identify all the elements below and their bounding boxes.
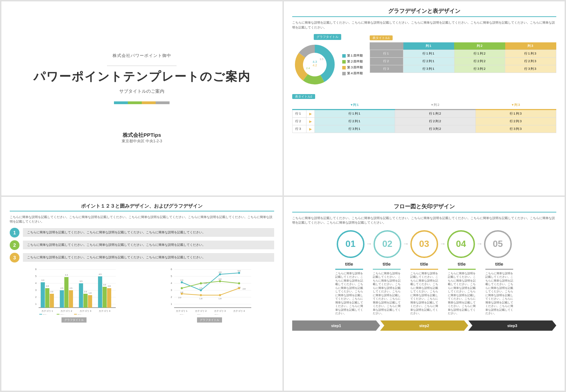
flow-descriptions: こちらに簡単な説明を記載してください。こちらに簡単な説明を記載してください。こち… bbox=[292, 272, 557, 316]
svg-text:カテゴリ１: カテゴリ１ bbox=[176, 310, 188, 312]
svg-text:3.8: 3.8 bbox=[219, 278, 222, 280]
donut-chart: 4.3 4.2 2.4 3.5 bbox=[292, 42, 337, 87]
svg-text:2.4: 2.4 bbox=[306, 67, 310, 70]
svg-text:4.2: 4.2 bbox=[312, 64, 317, 67]
flow-desc-04: こちらに簡単な説明を記載してください。こちらに簡単な説明を記載してください。こち… bbox=[448, 272, 476, 316]
svg-text:2.5: 2.5 bbox=[199, 287, 203, 289]
legend-q3: 第３四半期 bbox=[342, 65, 363, 70]
tr-section-title: グラフデザインと表デザイン bbox=[292, 8, 557, 17]
svg-rect-41 bbox=[102, 287, 107, 308]
flow-desc-05: こちらに簡単な説明を記載してください。こちらに簡単な説明を記載してください。こち… bbox=[485, 272, 513, 316]
company-name-top: 株式会社パワーポイント御中 bbox=[113, 53, 171, 59]
svg-text:1.8: 1.8 bbox=[219, 298, 222, 300]
svg-rect-22 bbox=[41, 282, 45, 308]
flow-arrow-3: → bbox=[440, 240, 446, 248]
svg-text:2.5: 2.5 bbox=[60, 287, 64, 289]
svg-text:2.0: 2.0 bbox=[84, 291, 87, 293]
svg-point-89 bbox=[219, 294, 221, 296]
svg-rect-36 bbox=[88, 295, 92, 308]
svg-text:4.5: 4.5 bbox=[99, 273, 102, 275]
step-arrow-3: step3 bbox=[468, 320, 557, 331]
svg-rect-54 bbox=[74, 314, 77, 315]
svg-text:5: 5 bbox=[35, 275, 36, 277]
svg-text:3.5: 3.5 bbox=[320, 58, 324, 61]
svg-text:3.5: 3.5 bbox=[80, 280, 83, 282]
flow-slide: フロー図と矢印デザイン こちらに簡単な説明を記載してください。こちらに簡単な説明… bbox=[284, 197, 565, 391]
th-col3: 列３ bbox=[505, 42, 556, 50]
svg-text:2.8: 2.8 bbox=[243, 288, 246, 290]
svg-text:2: 2 bbox=[35, 296, 36, 298]
company-block: 株式会社PPTips 東京都中央区 中央1-2-3 bbox=[122, 132, 162, 144]
subtitle: サブタイトルのご案内 bbox=[119, 88, 164, 94]
flow-arrow-2: → bbox=[403, 240, 409, 248]
graph-table-slide: グラフデザインと表デザイン こちらに簡単な説明を記載してください。こちらに簡単な… bbox=[284, 1, 565, 195]
flow-arrow-1: → bbox=[366, 240, 372, 248]
bar-chart: 6 5 4 3 2 1 4.3 2.8 2.0 bbox=[10, 266, 138, 315]
th-col2: 列２ bbox=[454, 42, 505, 50]
point-number-3: 3 bbox=[10, 253, 19, 262]
charts-area: グラフタイトル 4.3 4.2 2.4 3.5 bbox=[292, 34, 557, 87]
svg-point-71 bbox=[200, 289, 202, 291]
br-description: こちらに簡単な説明を記載してください。こちらに簡単な説明を記載してください。こち… bbox=[292, 216, 557, 225]
flow-circle-03: 03 bbox=[410, 230, 438, 258]
svg-point-77 bbox=[181, 287, 183, 289]
svg-text:5: 5 bbox=[171, 275, 172, 277]
main-title: パワーポイントテンプレートのご案内 bbox=[33, 69, 251, 85]
flow-dividers bbox=[292, 269, 557, 270]
svg-point-79 bbox=[200, 282, 202, 284]
svg-text:6: 6 bbox=[171, 268, 172, 270]
flow-titles: title title title title title bbox=[292, 261, 557, 267]
svg-text:系列１: 系列１ bbox=[43, 314, 49, 315]
svg-rect-52 bbox=[57, 314, 59, 315]
legend-q2: 第２四半期 bbox=[342, 59, 363, 64]
svg-text:系列２: 系列２ bbox=[60, 314, 66, 315]
svg-text:2.5: 2.5 bbox=[69, 287, 73, 289]
legend-q4: 第４四半期 bbox=[342, 71, 363, 76]
bl-description: こちらに簡単な説明を記載してください。こちらに簡単な説明を記載してください。こち… bbox=[10, 215, 274, 224]
svg-text:2.8: 2.8 bbox=[108, 285, 111, 287]
svg-text:系列３: 系列３ bbox=[77, 314, 84, 315]
flow-title-05: title bbox=[485, 261, 513, 267]
svg-text:カテゴリ４: カテゴリ４ bbox=[99, 310, 111, 312]
company-addr: 東京都中央区 中央1-2-3 bbox=[122, 139, 162, 144]
table1-label: 表タイトル1 bbox=[370, 35, 393, 40]
color-bar bbox=[114, 101, 170, 104]
step-arrows: step1 step2 step3 bbox=[292, 320, 557, 331]
flow-circle-05: 05 bbox=[484, 230, 512, 258]
flow-desc-01: こちらに簡単な説明を記載してください。こちらに簡単な説明を記載してください。こち… bbox=[335, 272, 363, 316]
svg-point-91 bbox=[238, 287, 240, 289]
flow-title-02: title bbox=[373, 261, 401, 267]
svg-text:系列１: 系列１ bbox=[180, 314, 186, 315]
svg-point-73 bbox=[219, 273, 221, 275]
table-row: 行１ 行１列１ 行１列２ 行１列３ bbox=[370, 50, 556, 58]
svg-point-85 bbox=[181, 293, 183, 295]
flow-circles: 01 → 02 → 03 → 04 → 05 bbox=[292, 230, 557, 258]
svg-text:カテゴリ２: カテゴリ２ bbox=[195, 310, 207, 312]
svg-text:2.8: 2.8 bbox=[46, 285, 49, 287]
flow-title-03: title bbox=[410, 261, 438, 267]
bar-chart-title: グラフタイトル bbox=[61, 317, 87, 323]
flow-circle-01: 01 bbox=[337, 230, 364, 258]
br-section-title: フロー図と矢印デザイン bbox=[292, 203, 557, 212]
flow-title-04: title bbox=[448, 261, 476, 267]
svg-rect-50 bbox=[39, 314, 42, 315]
divider-02 bbox=[373, 269, 401, 270]
flow-title-01: title bbox=[335, 261, 363, 267]
svg-rect-40 bbox=[98, 276, 102, 308]
flow-circle-02: 02 bbox=[374, 230, 401, 258]
th-col1: 列１ bbox=[403, 42, 454, 50]
svg-text:4: 4 bbox=[35, 282, 36, 284]
svg-rect-34 bbox=[79, 283, 83, 308]
svg-text:2: 2 bbox=[171, 296, 172, 298]
svg-text:1.8: 1.8 bbox=[199, 298, 203, 300]
svg-text:5.0: 5.0 bbox=[238, 270, 241, 272]
legend-q1: 第１四半期 bbox=[342, 53, 363, 58]
divider-03 bbox=[410, 269, 438, 270]
point-item-2: 2 こちらに簡単な説明を記載してください。こちらに簡単な説明を記載してください。… bbox=[10, 240, 274, 250]
flow-arrow-4: → bbox=[476, 240, 483, 248]
svg-text:カテゴリ１: カテゴリ１ bbox=[41, 310, 54, 312]
table1-area: 表タイトル1 列１ 列２ 列３ 行１ 行１列１ 行１列２ bbox=[370, 34, 557, 87]
svg-text:3: 3 bbox=[35, 289, 36, 291]
svg-text:カテゴリ３: カテゴリ３ bbox=[80, 310, 92, 312]
svg-point-75 bbox=[238, 272, 240, 274]
